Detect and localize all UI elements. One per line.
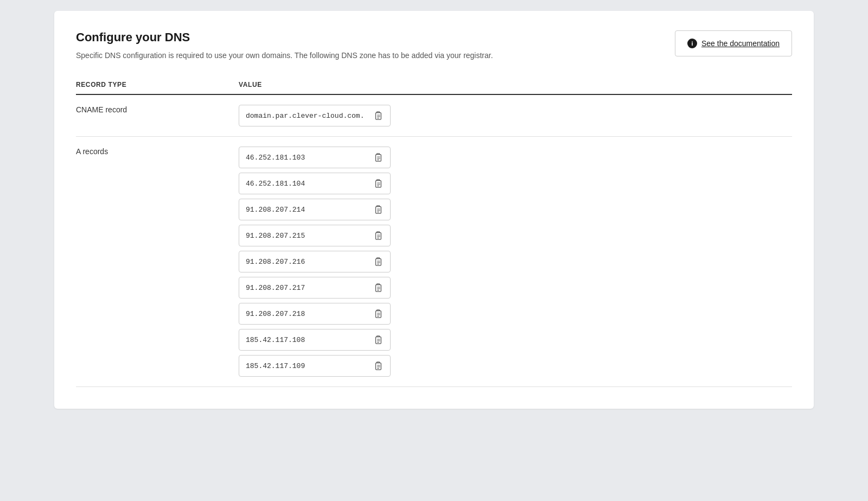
value-text: 46.252.181.104 xyxy=(246,180,305,188)
clipboard-icon xyxy=(374,153,382,162)
svg-rect-4 xyxy=(376,155,381,162)
svg-rect-28 xyxy=(376,311,381,318)
value-box: 185.42.117.109 xyxy=(239,355,391,377)
clipboard-icon xyxy=(374,335,382,345)
dns-table: RECORD TYPE VALUE CNAME recorddomain.par… xyxy=(76,81,792,387)
clipboard-icon xyxy=(374,231,382,240)
svg-rect-32 xyxy=(376,337,381,344)
value-box: 91.208.207.218 xyxy=(239,303,391,325)
value-text: 185.42.117.109 xyxy=(246,362,305,370)
value-box: domain.par.clever-cloud.com. xyxy=(239,105,391,126)
clipboard-icon xyxy=(374,283,382,293)
copy-button[interactable] xyxy=(373,256,384,268)
value-box: 46.252.181.104 xyxy=(239,173,391,194)
clipboard-icon xyxy=(374,361,382,371)
record-type-cell: A records xyxy=(76,137,239,387)
svg-rect-16 xyxy=(376,233,381,240)
table-row: CNAME recorddomain.par.clever-cloud.com. xyxy=(76,94,792,137)
value-text: 185.42.117.108 xyxy=(246,336,305,344)
value-list: 46.252.181.103 46.252.181.104 91.208.207… xyxy=(239,147,792,377)
copy-button[interactable] xyxy=(373,334,384,346)
col-header-record-type: RECORD TYPE xyxy=(76,81,239,94)
value-text: 91.208.207.216 xyxy=(246,258,305,266)
record-type-label: CNAME record xyxy=(76,100,127,114)
clipboard-icon xyxy=(374,205,382,214)
value-text: 46.252.181.103 xyxy=(246,154,305,162)
value-box: 185.42.117.108 xyxy=(239,329,391,351)
copy-button[interactable] xyxy=(373,360,384,372)
copy-button[interactable] xyxy=(373,204,384,215)
value-list: domain.par.clever-cloud.com. xyxy=(239,105,792,126)
clipboard-icon xyxy=(374,111,382,121)
value-cell: 46.252.181.103 46.252.181.104 91.208.207… xyxy=(239,137,792,387)
header-text: Configure your DNS Specific DNS configur… xyxy=(76,30,564,61)
value-text: 91.208.207.217 xyxy=(246,284,305,292)
value-text: 91.208.207.214 xyxy=(246,206,305,214)
copy-button[interactable] xyxy=(373,177,384,189)
record-type-cell: CNAME record xyxy=(76,94,239,137)
value-cell: domain.par.clever-cloud.com. xyxy=(239,94,792,137)
doc-button-label: See the documentation xyxy=(701,39,780,48)
table-row: A records46.252.181.103 46.252.181.104 9… xyxy=(76,137,792,387)
value-box: 46.252.181.103 xyxy=(239,147,391,168)
header-row: Configure your DNS Specific DNS configur… xyxy=(76,30,792,61)
svg-rect-8 xyxy=(376,181,381,188)
documentation-button[interactable]: i See the documentation xyxy=(675,30,792,56)
copy-button[interactable] xyxy=(373,230,384,242)
table-header: RECORD TYPE VALUE xyxy=(76,81,792,94)
value-text: 91.208.207.215 xyxy=(246,232,305,240)
page-title: Configure your DNS xyxy=(76,30,564,45)
clipboard-icon xyxy=(374,257,382,267)
svg-rect-12 xyxy=(376,207,381,214)
info-icon: i xyxy=(687,39,697,48)
copy-button[interactable] xyxy=(373,110,384,122)
value-text: domain.par.clever-cloud.com. xyxy=(246,112,364,120)
value-box: 91.208.207.217 xyxy=(239,277,391,299)
svg-rect-20 xyxy=(376,259,381,266)
value-box: 91.208.207.214 xyxy=(239,199,391,220)
table-body: CNAME recorddomain.par.clever-cloud.com.… xyxy=(76,94,792,387)
value-box: 91.208.207.216 xyxy=(239,251,391,272)
value-box: 91.208.207.215 xyxy=(239,225,391,246)
col-header-value: VALUE xyxy=(239,81,792,94)
main-card: Configure your DNS Specific DNS configur… xyxy=(54,11,814,409)
copy-button[interactable] xyxy=(373,308,384,320)
copy-button[interactable] xyxy=(373,282,384,294)
value-text: 91.208.207.218 xyxy=(246,310,305,318)
page-description: Specific DNS configuration is required t… xyxy=(76,50,564,61)
svg-rect-0 xyxy=(376,113,381,120)
copy-button[interactable] xyxy=(373,151,384,163)
record-type-label: A records xyxy=(76,142,108,156)
svg-rect-24 xyxy=(376,285,381,292)
clipboard-icon xyxy=(374,309,382,319)
svg-rect-36 xyxy=(376,363,381,370)
clipboard-icon xyxy=(374,179,382,188)
